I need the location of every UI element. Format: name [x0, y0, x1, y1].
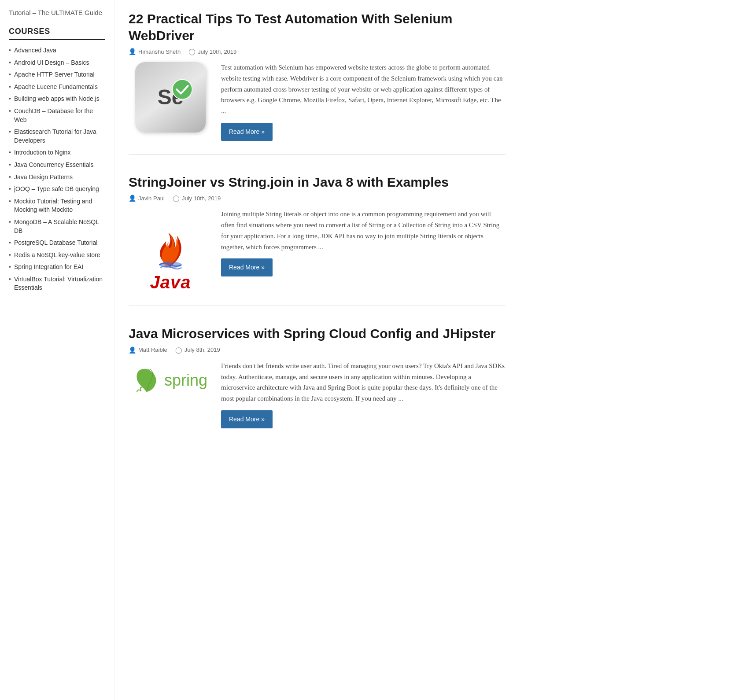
article-title: 22 Practical Tips To Test Automation Wit… — [129, 11, 506, 44]
article-date: ◯ July 8th, 2019 — [175, 346, 220, 354]
sidebar-course-link[interactable]: Java Concurrency Essentials — [14, 161, 94, 168]
sidebar-course-item: jOOQ – Type safe DB querying — [9, 183, 105, 195]
java-icon: Java — [135, 209, 206, 292]
java-text-logo: Java — [150, 273, 191, 292]
clock-icon: ◯ — [173, 195, 180, 202]
article: 22 Practical Tips To Test Automation Wit… — [129, 11, 506, 155]
java-flame-svg — [153, 227, 188, 271]
article-image-area: Se — [129, 62, 212, 133]
sidebar-course-item: CouchDB – Database for the Web — [9, 105, 105, 126]
article-body: Se Test automation with Selenium has emp… — [129, 62, 506, 141]
selenium-icon: Se — [135, 62, 206, 133]
sidebar-course-item: PostgreSQL Database Tutorial — [9, 237, 105, 249]
article-author: 👤 Javin Paul — [129, 195, 165, 202]
sidebar-course-link[interactable]: Elasticsearch Tutorial for Java Develope… — [14, 128, 96, 144]
sidebar-course-link[interactable]: Spring Integration for EAI — [14, 263, 83, 270]
sidebar-course-item: Apache Lucene Fundamentals — [9, 81, 105, 93]
article-excerpt: Friends don't let friends write user aut… — [221, 361, 506, 428]
article-author: 👤 Himanshu Sheth — [129, 48, 181, 55]
article-meta: 👤 Himanshu Sheth◯ July 10th, 2019 — [129, 48, 506, 55]
spring-text-logo: spring — [164, 371, 207, 390]
sidebar: Tutorial – The ULTIMATE Guide COURSES Ad… — [0, 0, 114, 700]
article-image-area: Java — [129, 209, 212, 292]
sidebar-course-item: Apache HTTP Server Tutorial — [9, 69, 105, 81]
author-icon: 👤 — [129, 346, 136, 354]
read-more-button[interactable]: Read More » — [221, 123, 273, 141]
article-body: Java Joining multiple String literals or… — [129, 209, 506, 292]
sidebar-course-link[interactable]: Android UI Design – Basics — [14, 59, 89, 66]
sidebar-course-item: Redis a NoSQL key-value store — [9, 249, 105, 262]
sidebar-course-link[interactable]: Apache Lucene Fundamentals — [14, 83, 98, 90]
article-title: Java Microservices with Spring Cloud Con… — [129, 325, 506, 342]
sidebar-course-link[interactable]: Advanced Java — [14, 47, 56, 54]
sidebar-course-item: Java Concurrency Essentials — [9, 159, 105, 171]
author-icon: 👤 — [129, 48, 136, 55]
author-icon: 👤 — [129, 195, 136, 202]
clock-icon: ◯ — [188, 48, 196, 55]
sidebar-title-link[interactable]: Tutorial – The ULTIMATE Guide — [9, 8, 105, 17]
sidebar-course-link[interactable]: VirtualBox Tutorial: Virtualization Esse… — [14, 276, 103, 291]
sidebar-course-link[interactable]: Java Design Patterns — [14, 173, 73, 181]
article: Java Microservices with Spring Cloud Con… — [129, 325, 506, 442]
spring-leaf-svg — [133, 365, 160, 396]
sidebar-course-item: Java Design Patterns — [9, 171, 105, 184]
sidebar-course-link[interactable]: Apache HTTP Server Tutorial — [14, 71, 95, 78]
sidebar-course-item: MongoDB – A Scalable NoSQL DB — [9, 216, 105, 237]
sidebar-course-item: Mockito Tutorial: Testing and Mocking wi… — [9, 195, 105, 216]
article-image-area: spring — [129, 361, 212, 400]
article: StringJoiner vs String.join in Java 8 wi… — [129, 174, 506, 306]
sidebar-course-item: Building web apps with Node.js — [9, 93, 105, 105]
sidebar-course-link[interactable]: jOOQ – Type safe DB querying — [14, 185, 99, 192]
main-content: 22 Practical Tips To Test Automation Wit… — [114, 0, 520, 700]
sidebar-course-item: VirtualBox Tutorial: Virtualization Esse… — [9, 273, 105, 294]
clock-icon: ◯ — [175, 346, 182, 354]
article-date: ◯ July 10th, 2019 — [173, 195, 221, 202]
sidebar-course-item: Introduction to Nginx — [9, 147, 105, 159]
sidebar-course-link[interactable]: Building web apps with Node.js — [14, 95, 100, 102]
article-author: 👤 Matt Raible — [129, 346, 167, 354]
article-title: StringJoiner vs String.join in Java 8 wi… — [129, 174, 506, 191]
sidebar-course-link[interactable]: Mockito Tutorial: Testing and Mocking wi… — [14, 198, 92, 214]
sidebar-course-link[interactable]: Redis a NoSQL key-value store — [14, 251, 100, 258]
article-excerpt-text: Joining multiple String literals or obje… — [221, 209, 506, 252]
sidebar-course-item: Spring Integration for EAI — [9, 261, 105, 273]
article-meta: 👤 Javin Paul◯ July 10th, 2019 — [129, 195, 506, 202]
article-body: spring Friends don't let friends write u… — [129, 361, 506, 428]
courses-list: Advanced JavaAndroid UI Design – BasicsA… — [9, 44, 105, 294]
read-more-button[interactable]: Read More » — [221, 258, 273, 276]
article-date: ◯ July 10th, 2019 — [188, 48, 236, 55]
article-excerpt-text: Friends don't let friends write user aut… — [221, 361, 506, 404]
sidebar-course-link[interactable]: PostgreSQL Database Tutorial — [14, 239, 97, 246]
article-excerpt: Joining multiple String literals or obje… — [221, 209, 506, 276]
svg-point-0 — [173, 80, 192, 99]
sidebar-course-link[interactable]: CouchDB – Database for the Web — [14, 107, 93, 123]
courses-heading: COURSES — [9, 27, 105, 40]
article-excerpt: Test automation with Selenium has empowe… — [221, 62, 506, 141]
sidebar-course-item: Android UI Design – Basics — [9, 57, 105, 69]
checkmark-icon — [172, 79, 193, 100]
article-excerpt-text: Test automation with Selenium has empowe… — [221, 62, 506, 117]
read-more-button[interactable]: Read More » — [221, 410, 273, 428]
spring-icon: spring — [131, 361, 210, 400]
sidebar-course-link[interactable]: MongoDB – A Scalable NoSQL DB — [14, 218, 99, 234]
article-meta: 👤 Matt Raible◯ July 8th, 2019 — [129, 346, 506, 354]
sidebar-course-item: Advanced Java — [9, 44, 105, 57]
sidebar-course-link[interactable]: Introduction to Nginx — [14, 149, 70, 156]
sidebar-course-item: Elasticsearch Tutorial for Java Develope… — [9, 126, 105, 147]
